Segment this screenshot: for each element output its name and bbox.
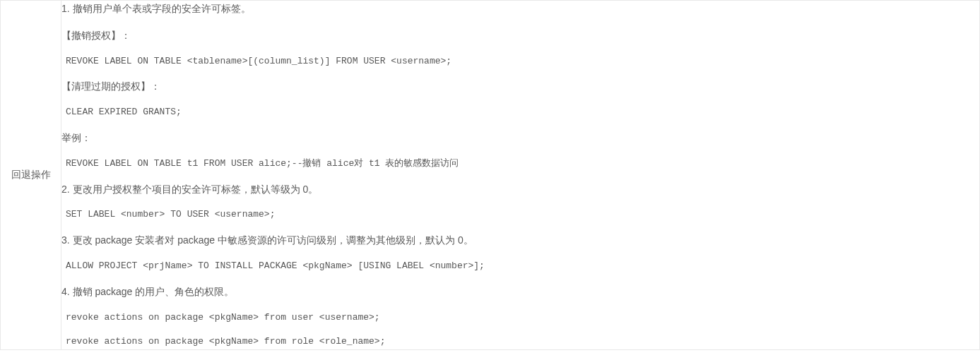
step-1-title: 1. 撤销用户单个表或字段的安全许可标签。 [61, 1, 979, 18]
table-row: 回退操作 1. 撤销用户单个表或字段的安全许可标签。 【撤销授权】： REVOK… [1, 1, 980, 350]
example-heading: 举例： [61, 130, 979, 147]
revoke-package-user-syntax: revoke actions on package <pkgName> from… [61, 311, 979, 325]
revoke-label-syntax: REVOKE LABEL ON TABLE <tablename>[(colum… [61, 54, 979, 69]
allow-project-syntax: ALLOW PROJECT <prjName> TO INSTALL PACKA… [61, 259, 979, 274]
clear-expired-syntax: CLEAR EXPIRED GRANTS; [61, 105, 979, 120]
step-2-title: 2. 更改用户授权整个项目的安全许可标签，默认等级为 0。 [61, 181, 979, 198]
set-label-syntax: SET LABEL <number> TO USER <username>; [61, 208, 979, 222]
doc-table: 回退操作 1. 撤销用户单个表或字段的安全许可标签。 【撤销授权】： REVOK… [0, 0, 980, 350]
revoke-auth-heading: 【撤销授权】： [61, 28, 979, 44]
revoke-package-role-syntax: revoke actions on package <pkgName> from… [61, 335, 979, 349]
row-content-cell: 1. 撤销用户单个表或字段的安全许可标签。 【撤销授权】： REVOKE LAB… [61, 1, 980, 350]
revoke-label-example: REVOKE LABEL ON TABLE t1 FROM USER alice… [61, 157, 979, 172]
step-4-title: 4. 撤销 package 的用户、角色的权限。 [61, 284, 979, 301]
step-3-title: 3. 更改 package 安装者对 package 中敏感资源的许可访问级别，… [61, 232, 979, 249]
row-label: 回退操作 [11, 169, 51, 180]
row-label-cell: 回退操作 [1, 1, 61, 350]
clear-expired-heading: 【清理过期的授权】： [61, 78, 979, 95]
